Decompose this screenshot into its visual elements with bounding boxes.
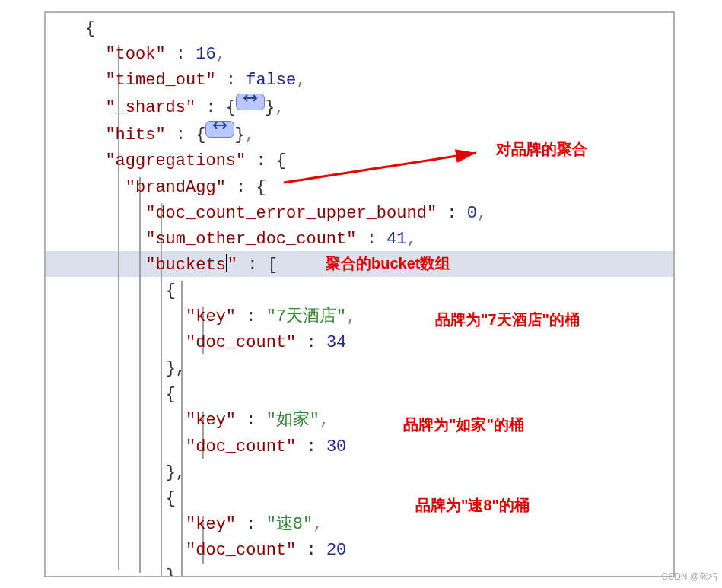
fold-chip-icon[interactable] bbox=[205, 121, 234, 138]
val-timed-out: false bbox=[246, 71, 296, 90]
colon: : bbox=[356, 230, 386, 249]
prop-key: "key" bbox=[186, 411, 236, 430]
brace-open: { bbox=[85, 19, 95, 38]
prop-key: "key" bbox=[186, 307, 236, 326]
colon: : bbox=[246, 151, 276, 170]
val-b3-dc: 20 bbox=[326, 541, 346, 560]
svg-line-2 bbox=[284, 153, 476, 183]
colon: : bbox=[166, 126, 196, 145]
val-b2-key: "如家" bbox=[266, 411, 320, 430]
annotation-arrow bbox=[280, 148, 484, 186]
prop-hits: "hits" bbox=[105, 126, 165, 145]
comma: , bbox=[313, 515, 323, 534]
brace-open: { bbox=[256, 178, 266, 197]
colon: : bbox=[296, 437, 326, 456]
brace-close: }, bbox=[166, 567, 186, 577]
val-b2-dc: 30 bbox=[326, 437, 346, 456]
val-dcub: 0 bbox=[467, 204, 477, 223]
brace-close: }, bbox=[166, 359, 186, 378]
comma: , bbox=[245, 126, 255, 145]
code-block: { "took" : 16, "timed_out" : false, "_sh… bbox=[85, 16, 487, 577]
fold-chip-icon[interactable] bbox=[236, 94, 265, 110]
colon: : bbox=[236, 307, 266, 326]
prop-timed-out: "timed_out" bbox=[105, 71, 215, 90]
annotation-bucket-su8: 品牌为"速8"的桶 bbox=[415, 495, 530, 516]
prop-aggregations: "aggregations" bbox=[105, 151, 246, 170]
quote: " bbox=[227, 256, 237, 275]
prop-doc-count: "doc_count" bbox=[186, 541, 296, 560]
colon: : bbox=[226, 178, 256, 197]
val-took: 16 bbox=[196, 45, 215, 64]
brace-open: { bbox=[226, 98, 236, 117]
annotation-brand-agg: 对品牌的聚合 bbox=[496, 139, 587, 160]
annotation-bucket-7days: 品牌为"7天酒店"的桶 bbox=[435, 310, 580, 330]
comma: , bbox=[216, 45, 226, 64]
comma: , bbox=[406, 230, 416, 249]
watermark: CSDN @蓝朽 bbox=[661, 571, 717, 583]
comma: , bbox=[346, 307, 356, 326]
code-frame: { "took" : 16, "timed_out" : false, "_sh… bbox=[44, 11, 675, 577]
colon: : bbox=[237, 256, 268, 275]
prop-key: "key" bbox=[186, 515, 236, 534]
colon: : bbox=[216, 71, 246, 90]
colon: : bbox=[296, 541, 326, 560]
val-b3-key: "速8" bbox=[266, 515, 313, 534]
bracket-open: [ bbox=[268, 256, 288, 275]
comma: , bbox=[320, 411, 329, 430]
brace-open: { bbox=[166, 489, 176, 508]
colon: : bbox=[236, 515, 266, 534]
comma: , bbox=[477, 204, 487, 223]
comma: , bbox=[296, 71, 306, 90]
val-b1-key: "7天酒店" bbox=[266, 307, 347, 326]
prop-dcub: "doc_count_error_upper_bound" bbox=[145, 204, 437, 223]
prop-sodc: "sum_other_doc_count" bbox=[145, 230, 356, 249]
prop-brand-agg: "brandAgg" bbox=[126, 178, 226, 197]
colon: : bbox=[236, 411, 266, 430]
val-sodc: 41 bbox=[386, 230, 406, 249]
prop-took: "took" bbox=[105, 45, 165, 64]
colon: : bbox=[296, 333, 326, 352]
comma: , bbox=[275, 98, 285, 117]
brace-close: }, bbox=[166, 463, 186, 482]
colon: : bbox=[166, 45, 196, 64]
prop-doc-count: "doc_count" bbox=[186, 333, 296, 352]
colon: : bbox=[196, 98, 226, 117]
brace-open: { bbox=[166, 385, 176, 404]
brace-open: { bbox=[166, 281, 176, 300]
val-b1-dc: 34 bbox=[326, 333, 346, 352]
prop-doc-count: "doc_count" bbox=[186, 437, 296, 456]
prop-buckets: "buckets bbox=[145, 256, 226, 275]
brace-open: { bbox=[196, 126, 205, 145]
prop-shards: "_shards" bbox=[105, 98, 196, 117]
annotation-bucket-rujia: 品牌为"如家"的桶 bbox=[403, 415, 524, 435]
colon: : bbox=[437, 204, 467, 223]
annotation-buckets: 聚合的bucket数组 bbox=[326, 253, 450, 274]
